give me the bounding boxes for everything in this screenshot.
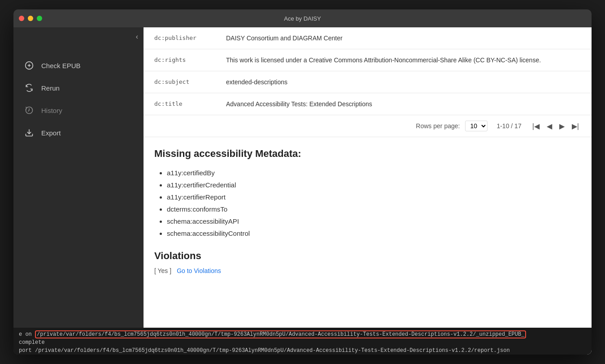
metadata-key: dc:publisher (144, 27, 215, 49)
titlebar: Ace by DAISY (13, 9, 592, 27)
violations-title: Violations (154, 250, 581, 262)
app-body: ‹ Check EPUB (13, 27, 592, 355)
collapse-sidebar-button[interactable]: ‹ (136, 33, 138, 41)
metadata-key: dc:subject (144, 71, 215, 93)
list-item: a11y:certifierCredential (167, 179, 581, 191)
minimize-button[interactable] (28, 16, 33, 21)
list-item: schema:accessibilityAPI (167, 215, 581, 227)
go-to-violations-link[interactable]: Go to Violations (177, 267, 221, 274)
missing-metadata-section: Missing accessibility Metadata: a11y:cer… (144, 137, 592, 247)
violations-row: [ Yes ] Go to Violations (154, 267, 581, 274)
refresh-icon (24, 83, 34, 93)
traffic-lights (19, 16, 42, 21)
missing-metadata-list: a11y:certifiedBy a11y:certifierCredentia… (154, 167, 581, 239)
close-button[interactable] (19, 16, 24, 21)
rows-per-page-select[interactable]: 10 25 50 (465, 121, 487, 131)
sidebar-item-check-epub-label: Check EPUB (41, 62, 81, 69)
app-window: Ace by DAISY ‹ Check EPUB (13, 9, 592, 355)
history-icon (24, 105, 34, 115)
missing-metadata-title: Missing accessibility Metadata: (154, 148, 581, 160)
list-item: a11y:certifierReport (167, 191, 581, 203)
table-row: dc:subject extended-descriptions (144, 71, 592, 93)
terminal-prefix-3: port /private/var/folders/f4/bs_lcm7565j… (144, 347, 510, 354)
download-icon (24, 128, 34, 138)
metadata-table: dc:publisher DAISY Consortium and DIAGRA… (144, 27, 592, 115)
metadata-value: Advanced Accessibility Tests: Extended D… (215, 93, 592, 115)
list-item: schema:accessibilityControl (167, 227, 581, 239)
pagination-bar: Rows per page: 10 25 50 1-10 / 17 |◀ ◀ ▶… (144, 115, 592, 137)
pagination-range: 1-10 / 17 (496, 122, 521, 130)
window-title: Ace by DAISY (284, 15, 321, 22)
sidebar-item-history-label: History (41, 107, 62, 114)
main-content: dc:publisher DAISY Consortium and DIAGRA… (144, 27, 592, 355)
metadata-value: extended-descriptions (215, 71, 592, 93)
sidebar-item-check-epub[interactable]: Check EPUB (13, 54, 144, 77)
terminal-path-1: /private/var/folders/f4/bs_lcm7565jdq6tz… (144, 330, 526, 338)
terminal-bar: e on /private/var/folders/f4/bs_lcm7565j… (144, 328, 592, 355)
table-row: dc:publisher DAISY Consortium and DIAGRA… (144, 27, 592, 49)
table-row: dc:title Advanced Accessibility Tests: E… (144, 93, 592, 115)
metadata-value: DAISY Consortium and DIAGRAM Center (215, 27, 592, 49)
sidebar: ‹ Check EPUB (13, 27, 144, 355)
terminal-line-3: port /private/var/folders/f4/bs_lcm7565j… (144, 347, 586, 355)
list-item: a11y:certifiedBy (167, 167, 581, 179)
pagination-next-button[interactable]: ▶ (557, 121, 566, 131)
sidebar-item-export-label: Export (41, 129, 61, 137)
plus-circle-icon (24, 61, 34, 70)
list-item: dcterms:conformsTo (167, 203, 581, 215)
pagination-last-button[interactable]: ▶| (570, 121, 581, 131)
rows-per-page-label: Rows per page: (416, 122, 460, 130)
metadata-key: dc:rights (144, 49, 215, 71)
sidebar-item-export[interactable]: Export (13, 121, 144, 144)
sidebar-item-history[interactable]: History (13, 99, 144, 121)
pagination-prev-button[interactable]: ◀ (545, 121, 554, 131)
pagination-first-button[interactable]: |◀ (531, 121, 541, 131)
maximize-button[interactable] (37, 16, 42, 21)
violations-section: Violations [ Yes ] Go to Violations (144, 247, 592, 285)
content-scroll-area[interactable]: dc:publisher DAISY Consortium and DIAGRA… (144, 27, 592, 355)
violations-yes-badge: [ Yes ] (154, 267, 171, 274)
table-row: dc:rights This work is licensed under a … (144, 49, 592, 71)
terminal-line-2: complete (144, 338, 586, 347)
sidebar-item-rerun-label: Rerun (41, 84, 60, 92)
sidebar-item-rerun[interactable]: Rerun (13, 77, 144, 99)
terminal-line-1: e on /private/var/folders/f4/bs_lcm7565j… (144, 330, 586, 338)
metadata-key: dc:title (144, 93, 215, 115)
sidebar-nav: Check EPUB Rerun (13, 27, 144, 314)
metadata-value: This work is licensed under a Creative C… (215, 49, 592, 71)
